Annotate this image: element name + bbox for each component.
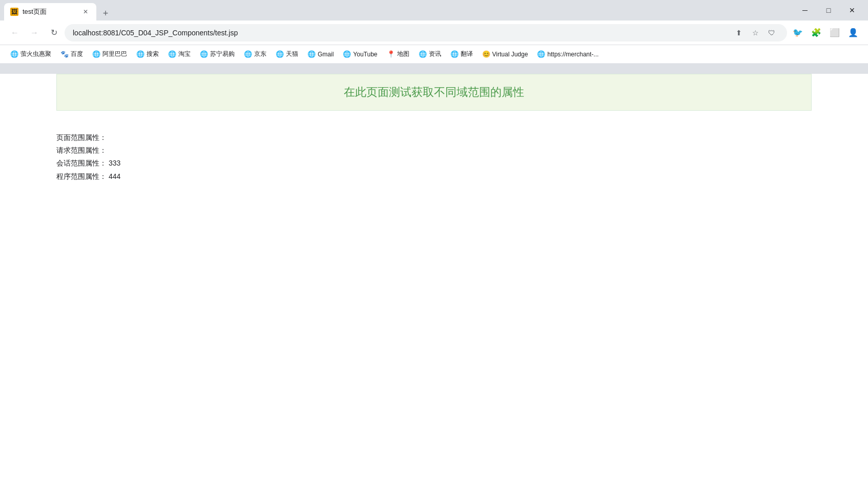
attr-row: 程序范围属性：444 bbox=[56, 170, 812, 183]
attr-value: 444 bbox=[109, 170, 120, 183]
bookmark-label: 搜索 bbox=[147, 50, 159, 58]
bookmark-star-icon[interactable]: ☆ bbox=[748, 26, 762, 40]
bookmarks-bar: 🌐萤火虫惠聚🐾百度🌐阿里巴巴🌐搜索🌐淘宝🌐苏宁易购🌐京东🌐天猫🌐Gmail🌐Yo… bbox=[0, 45, 868, 64]
bookmark-item[interactable]: 🌐翻译 bbox=[446, 48, 477, 61]
puzzle-icon[interactable]: 🧩 bbox=[808, 24, 825, 42]
bookmark-favicon: 🌐 bbox=[276, 50, 284, 58]
bookmark-label: 地图 bbox=[397, 50, 409, 58]
page-title: 在此页面测试获取不同域范围的属性 bbox=[344, 86, 524, 98]
reload-button[interactable]: ↻ bbox=[45, 24, 63, 42]
back-button[interactable]: ← bbox=[6, 24, 24, 42]
attr-label: 请求范围属性： bbox=[56, 144, 107, 157]
bookmark-favicon: 🌐 bbox=[92, 50, 100, 58]
bookmark-label: 淘宝 bbox=[178, 50, 191, 58]
new-tab-button[interactable]: + bbox=[98, 6, 113, 21]
bookmark-item[interactable]: 🌐阿里巴巴 bbox=[88, 48, 131, 61]
bookmark-item[interactable]: 🌐Gmail bbox=[303, 48, 338, 61]
bookmark-label: Gmail bbox=[318, 51, 334, 58]
bookmark-label: 苏宁易购 bbox=[210, 50, 235, 58]
active-tab[interactable]: test页面 ✕ bbox=[4, 3, 96, 21]
extension-bird-icon[interactable]: 🐦 bbox=[789, 24, 807, 42]
bookmark-label: 翻译 bbox=[461, 50, 473, 58]
window-close-button[interactable]: ✕ bbox=[840, 0, 864, 21]
bookmark-favicon: 🌐 bbox=[168, 50, 176, 58]
navigation-bar: ← → ↻ localhost:8081/C05_D04_JSP_Compone… bbox=[0, 21, 868, 45]
attr-row: 页面范围属性： bbox=[56, 131, 812, 144]
splitscreen-icon[interactable]: ⬜ bbox=[826, 24, 843, 42]
tab-strip: test页面 ✕ + bbox=[4, 0, 113, 21]
bookmark-favicon: 📍 bbox=[387, 50, 395, 58]
bookmark-favicon: 🐾 bbox=[60, 50, 69, 58]
bookmark-item[interactable]: 🌐资讯 bbox=[415, 48, 445, 61]
profile-icon[interactable]: 👤 bbox=[844, 24, 862, 42]
bookmark-item[interactable]: 🌐天猫 bbox=[272, 48, 302, 61]
bookmark-label: 京东 bbox=[254, 50, 266, 58]
bookmark-favicon: 🌐 bbox=[343, 50, 351, 58]
nav-right-icons: 🐦 🧩 ⬜ 👤 bbox=[789, 24, 862, 42]
bookmark-item[interactable]: 😊Virtual Judge bbox=[478, 48, 532, 61]
bookmark-label: 百度 bbox=[71, 50, 83, 58]
shield-icon[interactable]: 🛡 bbox=[764, 26, 779, 40]
bookmark-favicon: 🌐 bbox=[450, 50, 459, 58]
window-controls: ─ □ ✕ bbox=[793, 0, 864, 21]
bookmark-item[interactable]: 📍地图 bbox=[383, 48, 414, 61]
bookmark-favicon: 🌐 bbox=[200, 50, 208, 58]
bookmark-label: Virtual Judge bbox=[492, 51, 528, 58]
tab-title: test页面 bbox=[23, 7, 47, 16]
attr-row: 会话范围属性：333 bbox=[56, 157, 812, 170]
address-bar-icons: ⬆ ☆ 🛡 bbox=[732, 26, 779, 40]
bookmark-favicon: 🌐 bbox=[307, 50, 316, 58]
bookmark-label: 阿里巴巴 bbox=[102, 50, 127, 58]
bookmark-item[interactable]: 🐾百度 bbox=[56, 48, 87, 61]
attr-value: 333 bbox=[109, 157, 120, 170]
attr-label: 页面范围属性： bbox=[56, 131, 107, 144]
bookmark-item[interactable]: 🌐搜索 bbox=[132, 48, 163, 61]
bookmark-favicon: 🌐 bbox=[244, 50, 252, 58]
address-bar[interactable]: localhost:8081/C05_D04_JSP_Components/te… bbox=[65, 24, 787, 42]
back-icon: ← bbox=[11, 28, 19, 37]
bookmark-favicon: 🌐 bbox=[419, 50, 427, 58]
bookmark-label: https://merchant-... bbox=[547, 51, 598, 58]
bookmark-label: YouTube bbox=[353, 51, 377, 58]
bookmark-item[interactable]: 🌐YouTube bbox=[339, 48, 381, 61]
tab-close-button[interactable]: ✕ bbox=[81, 7, 90, 16]
forward-icon: → bbox=[30, 28, 38, 37]
bookmark-label: 天猫 bbox=[286, 50, 298, 58]
bookmark-item[interactable]: 🌐京东 bbox=[240, 48, 271, 61]
tab-favicon bbox=[10, 8, 18, 16]
attr-label: 程序范围属性： bbox=[56, 170, 107, 183]
forward-button[interactable]: → bbox=[26, 24, 43, 42]
bookmark-label: 萤火虫惠聚 bbox=[20, 50, 51, 58]
share-icon[interactable]: ⬆ bbox=[732, 26, 746, 40]
bookmark-item[interactable]: 🌐https://merchant-... bbox=[533, 48, 603, 61]
bookmark-favicon: 🌐 bbox=[136, 50, 144, 58]
bookmark-favicon: 🌐 bbox=[10, 50, 18, 58]
minimize-button[interactable]: ─ bbox=[793, 0, 817, 21]
page-header: 在此页面测试获取不同域范围的属性 bbox=[56, 74, 812, 111]
browser-window: test页面 ✕ + ─ □ ✕ ← → ↻ localhost:8081/C0… bbox=[0, 0, 868, 489]
page-body: 页面范围属性：请求范围属性：会话范围属性：333程序范围属性：444 bbox=[0, 116, 868, 183]
attr-label: 会话范围属性： bbox=[56, 157, 107, 170]
bookmark-favicon: 🌐 bbox=[537, 50, 545, 58]
bookmark-item[interactable]: 🌐淘宝 bbox=[164, 48, 195, 61]
bookmark-favicon: 😊 bbox=[482, 50, 490, 58]
title-bar: test页面 ✕ + ─ □ ✕ bbox=[0, 0, 868, 21]
maximize-button[interactable]: □ bbox=[817, 0, 840, 21]
reload-icon: ↻ bbox=[51, 28, 57, 37]
bookmark-label: 资讯 bbox=[429, 50, 441, 58]
page-content: 在此页面测试获取不同域范围的属性 页面范围属性：请求范围属性：会话范围属性：33… bbox=[0, 74, 868, 489]
bookmark-item[interactable]: 🌐苏宁易购 bbox=[196, 48, 239, 61]
attr-row: 请求范围属性： bbox=[56, 144, 812, 157]
bookmark-item[interactable]: 🌐萤火虫惠聚 bbox=[6, 48, 55, 61]
url-text: localhost:8081/C05_D04_JSP_Components/te… bbox=[73, 29, 728, 37]
